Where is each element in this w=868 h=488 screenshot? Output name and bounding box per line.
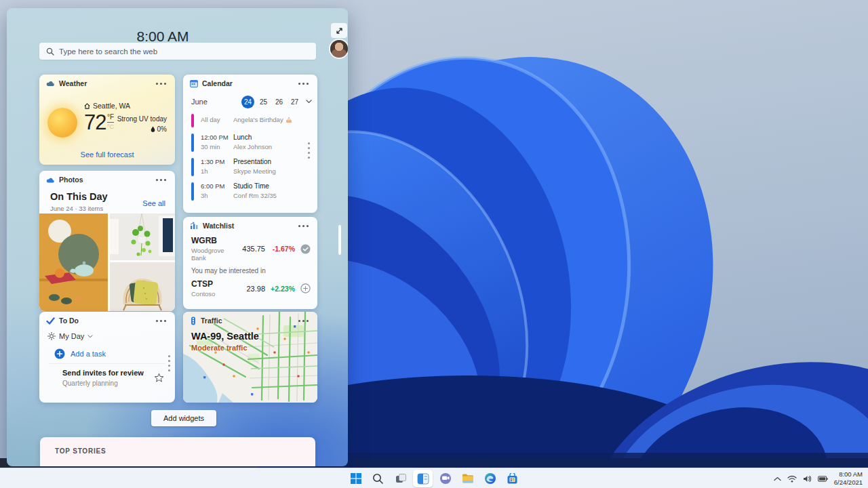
weather-location: Seattle, WA [84,102,130,110]
search-icon [46,47,54,56]
task-view-button[interactable] [391,470,410,487]
panel-scrollbar[interactable] [338,225,341,255]
watching-check-icon[interactable] [300,244,311,254]
event-time: 12:00 PM [201,134,233,141]
calendar-icon [190,79,198,87]
taskbar-time: 8:00 AM [834,470,863,479]
widgets-panel: 8:00 AM Weather [7,8,348,466]
plus-circle-icon [54,348,65,359]
taskbar-search-button[interactable] [368,470,388,487]
windows-logo-icon [350,472,362,485]
event-color-bar [191,114,194,127]
stock-price: 23.98 [234,285,265,293]
task-view-icon [395,472,407,485]
event-time: 6:00 PM [201,182,233,190]
widget-title: Weather [59,79,87,87]
add-to-watchlist-icon[interactable] [300,283,311,293]
traffic-widget: Traffic WA-99, Seattle Moderate traffic [183,312,317,403]
stocks-chart-icon [190,222,199,230]
watchlist-widget: Watchlist WGRB Woodgrove Bank 435.75 -1.… [183,217,317,309]
desktop: 8:00 AM Weather [0,0,868,488]
traffic-light-icon [190,317,197,325]
todo-check-icon [46,317,55,325]
unit-celsius[interactable]: °C [107,124,114,130]
event-time: All day [201,116,233,123]
calendar-event[interactable]: 1:30 PM 1h Presentation Skype Meeting [191,158,308,176]
event-subtitle: Conf Rm 32/35 [233,192,277,199]
todo-list-selector[interactable]: My Day [47,332,93,340]
volume-icon[interactable] [803,475,812,483]
event-duration: 1h [201,167,233,175]
tray-chevron-up-icon[interactable] [774,476,781,481]
widgets-button[interactable] [413,470,433,487]
store-button[interactable] [502,470,522,487]
expand-icon [335,26,344,35]
star-favorite-icon[interactable] [154,373,164,383]
calendar-event[interactable]: 6:00 PM 3h Studio Time Conf Rm 32/35 [191,182,308,201]
start-button[interactable] [346,470,366,487]
photo-hanging-plant [110,214,175,260]
widget-title: Photos [59,176,83,184]
edge-button[interactable] [480,470,500,487]
calendar-menu-button[interactable] [296,78,311,89]
photo-grid [39,214,175,311]
weather-location-label: Seattle, WA [93,102,130,110]
weather-menu-button[interactable] [153,78,168,89]
battery-icon[interactable] [818,476,828,482]
web-search-bar[interactable] [39,43,316,60]
calendar-event[interactable]: 12:00 PM 30 min Lunch Alex Johnson [191,134,308,152]
onedrive-cloud-icon [46,177,55,183]
file-explorer-button[interactable] [458,470,477,487]
calendar-date-24[interactable]: 24 [241,96,254,108]
search-input[interactable] [59,47,309,56]
todo-menu-button[interactable] [153,315,168,326]
photo-thumbnail[interactable] [39,214,108,311]
todo-widget: To Do My Day [39,312,175,403]
chat-icon [439,472,452,485]
ellipsis-icon [160,83,162,85]
add-task-button[interactable]: Add a task [54,348,106,359]
stock-symbol: CTSP [191,279,234,289]
search-icon [372,473,384,485]
taskbar-date: 6/24/2021 [834,479,863,487]
chat-button[interactable] [435,470,455,487]
ellipsis-icon [160,320,162,322]
stock-change: -1.67% [265,245,295,253]
widget-title: To Do [59,317,79,325]
expand-widgets-button[interactable] [331,23,347,38]
photo-thumbnail[interactable] [110,262,175,311]
photo-still-life [39,214,108,311]
weather-widget: Weather Seattle, WA 72 °F °C Strong UV t… [39,75,175,165]
traffic-menu-button[interactable] [296,315,311,326]
todo-task-item[interactable]: Send invites for review Quarterly planni… [62,369,165,387]
calendar-date-25[interactable]: 25 [257,96,270,108]
photo-thumbnail[interactable] [110,214,175,260]
avatar[interactable] [330,40,348,58]
add-widgets-button[interactable]: Add widgets [151,410,216,426]
calendar-event[interactable]: All day Angela's Birthday [191,114,308,127]
photos-menu-button[interactable] [153,174,168,185]
calendar-date-27[interactable]: 27 [288,96,301,108]
stock-company: Woodgrove Bank [191,247,234,262]
edge-icon [484,472,496,485]
taskbar-clock[interactable]: 8:00 AM 6/24/2021 [834,470,863,487]
wifi-icon[interactable] [787,475,797,483]
calendar-expand-button[interactable] [306,100,312,104]
stock-symbol: WGRB [191,236,234,245]
stock-row[interactable]: CTSP Contoso 23.98 +2.23% [191,279,311,298]
photos-widget: Photos On This Day June 24 · 33 items Se… [39,171,175,311]
divider [49,363,165,364]
see-all-link[interactable]: See all [142,199,165,207]
watchlist-menu-button[interactable] [296,220,311,231]
widget-title: Traffic [201,317,222,325]
weather-cloud-icon [46,80,55,87]
see-full-forecast-link[interactable]: See full forecast [39,150,175,159]
widget-title: Calendar [202,79,233,87]
stock-row[interactable]: WGRB Woodgrove Bank 435.75 -1.67% [191,236,311,262]
todo-list-label: My Day [59,332,84,340]
widgets-icon [417,473,429,485]
chevron-down-icon [306,100,312,104]
unit-fahrenheit[interactable]: °F [107,114,114,123]
calendar-date-26[interactable]: 26 [273,96,285,108]
ellipsis-icon [302,320,304,322]
